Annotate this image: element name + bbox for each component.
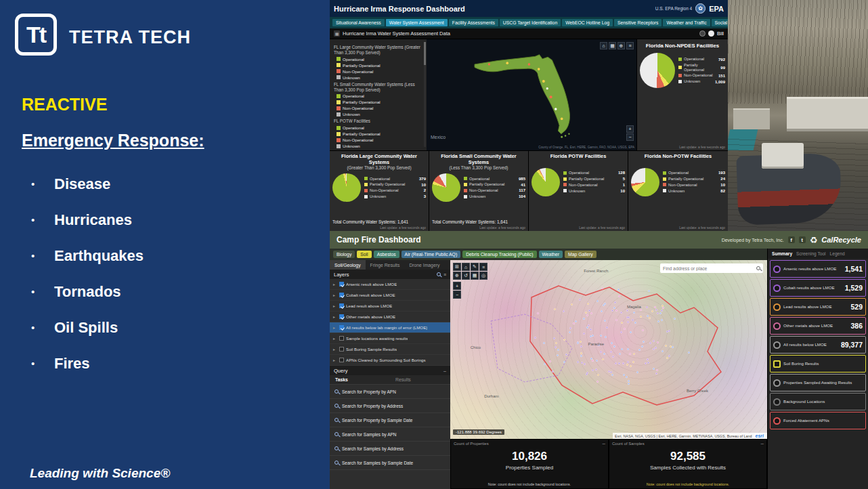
expand-icon[interactable]: ▸ [333, 347, 337, 352]
collapse-icon[interactable]: – [443, 368, 446, 373]
summary-tab[interactable]: Screening Tool [796, 251, 826, 256]
add-layer-icon[interactable]: ⊕ [453, 272, 461, 280]
summary-item[interactable]: Background Locations [770, 393, 866, 410]
expand-icon[interactable]: ▸ [333, 293, 337, 297]
zoom-out-button[interactable]: − [453, 291, 461, 299]
collapse-icon[interactable]: – [603, 440, 605, 446]
user-avatar[interactable] [708, 30, 714, 37]
search-task-item[interactable]: Search for Property by Sample Date [330, 413, 450, 427]
layer-panel-tab[interactable]: Soil/Geology [330, 260, 366, 270]
status-ring-icon [773, 398, 781, 406]
campfire-tab[interactable]: Weather [539, 251, 563, 258]
layer-checkbox[interactable] [339, 303, 344, 308]
summary-item[interactable]: Arsenic results above LMOE 1,541 [770, 260, 866, 278]
legend-item: Operational [337, 125, 422, 130]
layer-item[interactable]: ▸ APNs Cleared by Surrounding Soil Borin… [330, 355, 450, 366]
layer-checkbox[interactable] [339, 336, 344, 341]
menu-icon[interactable]: ≡ [479, 263, 487, 271]
map-icon[interactable]: ▦ [334, 30, 340, 37]
irma-tab[interactable]: Situational Awareness [332, 19, 385, 26]
locate-icon[interactable]: ◎ [479, 272, 487, 280]
irma-tab[interactable]: Sensitive Receptors [614, 19, 661, 26]
fullscreen-icon[interactable]: ⊞ [453, 263, 461, 271]
irma-tab[interactable]: Weather and Traffic [663, 19, 710, 26]
irma-tab[interactable]: WebEOC Hotline Log [562, 19, 613, 26]
campfire-tab[interactable]: Asbestos [374, 251, 399, 258]
last-update-note: Last update: a few seconds ago [380, 226, 426, 230]
scrollbar[interactable] [424, 42, 426, 147]
query-tab[interactable]: Results [390, 377, 450, 382]
florida-map[interactable]: ⌂ ▦ ⊕ ≡ + − Mexico County of Orange, FL,… [427, 39, 636, 150]
expand-icon[interactable]: ▸ [333, 282, 337, 286]
bullet-item: • Tornados [31, 274, 144, 310]
menu-icon[interactable]: ≡ [626, 42, 634, 49]
summary-item[interactable]: All results below LMOE 89,377 [770, 336, 866, 354]
layer-item[interactable]: ▸ All results below lab margin of error … [330, 322, 450, 333]
zoom-out-button[interactable]: − [626, 133, 634, 141]
layer-checkbox[interactable] [339, 314, 344, 319]
campfire-tab[interactable]: Biology [333, 251, 355, 258]
expand-icon[interactable]: ▸ [333, 303, 337, 308]
campfire-title: Camp Fire Dashboard [337, 235, 421, 244]
irma-tab[interactable]: USCG Target Identification [500, 19, 561, 26]
layer-item[interactable]: ▸ Cobalt result above LMOE [330, 290, 450, 301]
draw-icon[interactable]: ✎ [471, 263, 479, 271]
refresh-icon[interactable]: ↺ [462, 272, 470, 280]
layer-checkbox[interactable] [339, 347, 344, 352]
layer-checkbox[interactable] [339, 282, 344, 286]
layer-checkbox[interactable] [339, 293, 344, 297]
basemap-icon[interactable]: ▦ [609, 42, 616, 49]
query-tab[interactable]: Tasks [330, 377, 390, 382]
campfire-tab[interactable]: Debris Cleanup Tracking (Public) [462, 251, 536, 258]
layer-panel-tab[interactable]: Fringe Results [366, 260, 405, 270]
menu-icon[interactable]: ≡ [443, 272, 446, 277]
summary-tab[interactable]: Legend [830, 251, 845, 256]
expand-icon[interactable]: ▸ [333, 336, 337, 341]
twitter-icon[interactable]: t [799, 236, 806, 243]
search-icon[interactable] [756, 266, 760, 270]
search-task-item[interactable]: Search for Samples by Sample Date [330, 456, 450, 470]
layer-item[interactable]: ▸ Arsenic result above LMOE [330, 279, 450, 290]
add-icon[interactable]: ⊕ [617, 42, 625, 49]
search-task-item[interactable]: Search for Property by APN [330, 385, 450, 399]
zoom-in-button[interactable]: + [453, 282, 461, 290]
home-icon[interactable]: ⌂ [600, 42, 607, 49]
basemap-icon[interactable]: ▦ [471, 272, 479, 280]
layer-panel-tab[interactable]: Drone Imagery [404, 260, 444, 270]
campfire-tab[interactable]: Air (Real-Time Public AQ) [402, 251, 461, 258]
layer-item[interactable]: ▸ Lead result above LMOE [330, 301, 450, 312]
irma-tab[interactable]: Water System Assessment [386, 19, 448, 26]
notifications-icon[interactable] [699, 30, 706, 37]
summary-tab[interactable]: Summary [772, 251, 792, 256]
facebook-icon[interactable]: f [788, 236, 795, 243]
map-search-box[interactable] [660, 263, 763, 273]
zoom-in-button[interactable]: + [626, 125, 634, 133]
search-icon[interactable] [437, 272, 441, 276]
layer-item[interactable]: ▸ Other metals above LMOE [330, 312, 450, 322]
summary-item[interactable]: Cobalt results above LMOE 1,529 [770, 279, 866, 297]
layer-item[interactable]: ▸ Sample locations awaiting results [330, 333, 450, 344]
summary-item[interactable]: Properties Sampled Awaiting Results [770, 374, 866, 391]
home-icon[interactable]: ⌂ [462, 263, 470, 271]
collapse-icon[interactable]: – [761, 440, 764, 446]
search-task-item[interactable]: Search for Samples by APN [330, 427, 450, 442]
search-task-item[interactable]: Search for Property by Address [330, 399, 450, 413]
expand-icon[interactable]: ▸ [333, 314, 337, 319]
campfire-tab[interactable]: Map Gallery [565, 251, 596, 258]
campfire-map[interactable]: Forest RanchMagaliaParadiseChicoDurhamBe… [450, 260, 767, 439]
campfire-tab[interactable]: Soil [357, 251, 371, 258]
irma-tab[interactable]: Facility Assessments [449, 19, 498, 26]
search-task-item[interactable]: Search for Samples by Address [330, 442, 450, 456]
summary-item[interactable]: Other metals above LMOE 386 [770, 317, 866, 335]
potw-panel: Florida POTW Facilities Operational 128 [529, 151, 628, 231]
layer-checkbox[interactable] [339, 325, 344, 330]
summary-item[interactable]: Forced Abatement APNs [770, 412, 866, 429]
summary-item[interactable]: Lead results above LMOE 529 [770, 298, 866, 316]
expand-icon[interactable]: ▸ [333, 325, 337, 330]
expand-icon[interactable]: ▸ [333, 358, 337, 362]
legend-section-title: FL Large Community Water Systems (Greate… [334, 45, 422, 56]
search-input[interactable] [663, 266, 754, 271]
summary-item[interactable]: Soil Boring Results [770, 355, 866, 373]
layer-checkbox[interactable] [339, 358, 344, 362]
layer-item[interactable]: ▸ Soil Boring Sample Results [330, 344, 450, 355]
